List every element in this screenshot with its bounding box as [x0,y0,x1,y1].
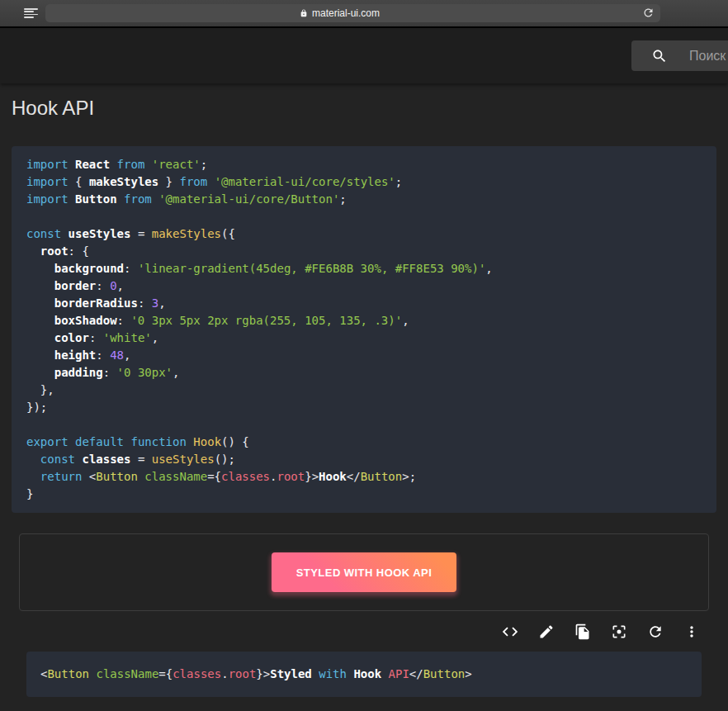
more-icon [683,623,700,640]
reset-button[interactable] [645,622,665,642]
code-line: boxShadow: '0 3px 5px 2px rgba(255, 105,… [26,312,702,329]
code-line: const useStyles = makeStyles({ [26,225,702,243]
search-placeholder: Поиск [689,49,726,64]
reload-icon[interactable] [642,7,655,19]
edit-button[interactable] [537,622,556,642]
demo-box: STYLED WITH HOOK API [19,533,709,611]
code-line: import { makeStyles } from '@material-ui… [26,173,702,191]
code-block[interactable]: import React from 'react';import { makeS… [12,146,716,513]
page-title: Hook API [12,96,716,120]
code-line: root: { [26,243,702,260]
code-line: import React from 'react'; [26,156,702,173]
usage-code-line[interactable]: <Button className={classes.root}>Styled … [26,652,702,697]
search-icon [651,48,668,64]
focus-icon [611,623,627,640]
code-line: }, [26,382,702,399]
reader-icon[interactable] [24,8,38,19]
more-button[interactable] [682,622,702,642]
code-line: borderRadius: 3, [26,295,702,312]
demo-toolbar [26,611,702,652]
code-icon [501,623,519,641]
search-box[interactable]: Поиск [631,40,728,71]
code-line: height: 48, [26,347,702,364]
styled-hook-button[interactable]: STYLED WITH HOOK API [272,552,457,592]
copy-icon [574,623,591,640]
demo-section: STYLED WITH HOOK API <Button className={… [19,533,709,697]
browser-chrome: material-ui.com [0,0,728,26]
code-line: padding: '0 30px', [26,364,702,382]
copy-button[interactable] [573,622,593,642]
code-line: <Button className={classes.root}>Styled … [40,666,688,683]
url-bar[interactable]: material-ui.com [45,4,660,22]
code-line: return <Button className={classes.root}>… [26,468,702,486]
code-line: } [26,486,702,503]
show-code-button[interactable] [500,622,520,642]
code-line [26,416,702,434]
focus-button[interactable] [609,622,629,642]
refresh-icon [647,623,664,640]
code-line: export default function Hook() { [26,434,702,451]
code-line [26,208,702,225]
url-text: material-ui.com [312,7,380,19]
page-content: Hook API import React from 'react';impor… [0,96,728,697]
code-line: const classes = useStyles(); [26,451,702,468]
edit-icon [538,623,555,640]
app-bar: Поиск [0,28,728,83]
code-line: color: 'white', [26,329,702,347]
code-line: }); [26,399,702,416]
code-line: border: 0, [26,277,702,295]
lock-icon [300,8,308,18]
code-line: import Button from '@material-ui/core/Bu… [26,191,702,208]
code-line: background: 'linear-gradient(45deg, #FE6… [26,260,702,277]
